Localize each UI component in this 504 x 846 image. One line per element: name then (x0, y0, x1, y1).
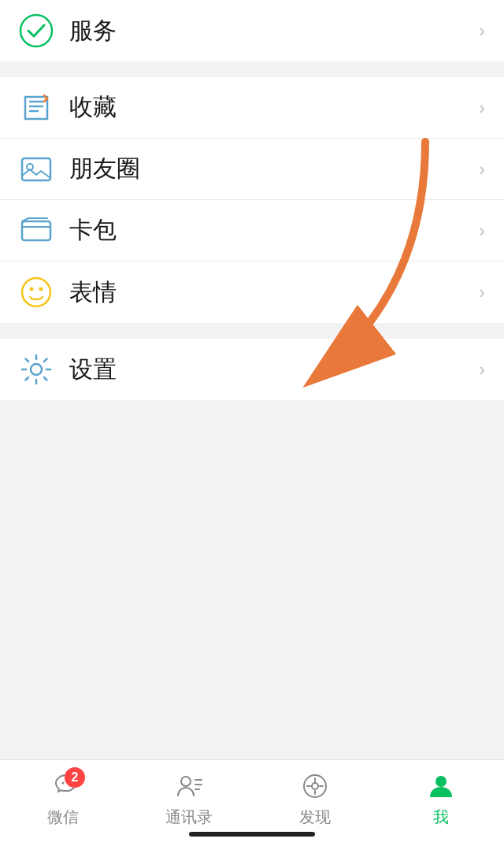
menu-item-wallet[interactable]: 卡包 › (0, 200, 504, 262)
wallet-icon (19, 213, 54, 248)
svg-point-6 (39, 288, 43, 291)
tab-wechat[interactable]: 2 微信 (32, 770, 94, 828)
divider-2 (0, 323, 504, 339)
stickers-label: 表情 (69, 276, 479, 309)
tab-me-label: 我 (433, 807, 449, 828)
tab-contacts-label: 通讯录 (165, 807, 213, 828)
divider-1 (0, 61, 504, 77)
menu-item-stickers[interactable]: 表情 › (0, 262, 504, 323)
wechat-tab-icon: 2 (47, 770, 79, 802)
service-label: 服务 (69, 15, 479, 47)
menu-item-favorites[interactable]: 收藏 › (0, 77, 504, 139)
home-indicator (189, 832, 315, 837)
moments-icon (19, 152, 54, 187)
favorites-label: 收藏 (69, 91, 479, 124)
favorites-chevron: › (479, 97, 485, 119)
svg-point-11 (181, 777, 191, 786)
contacts-tab-icon (173, 770, 205, 802)
moments-chevron: › (479, 158, 485, 180)
tab-contacts[interactable]: 通讯录 (158, 770, 220, 828)
tab-discover-label: 发现 (299, 807, 331, 828)
favorites-icon (19, 91, 54, 125)
stickers-icon (19, 275, 54, 310)
svg-point-4 (22, 278, 50, 306)
section-service: 服务 › (0, 0, 504, 61)
menu-item-moments[interactable]: 朋友圈 › (0, 139, 504, 200)
svg-rect-1 (22, 158, 50, 180)
discover-tab-icon (299, 770, 331, 802)
svg-point-13 (312, 783, 318, 789)
svg-point-5 (30, 288, 34, 291)
me-tab-icon (425, 770, 457, 802)
menu-item-settings[interactable]: 设置 › (0, 339, 504, 400)
main-content: 服务 › 收藏 › 朋 (0, 0, 504, 759)
settings-chevron: › (479, 358, 485, 380)
tab-discover[interactable]: 发现 (284, 770, 346, 828)
stickers-chevron: › (479, 281, 485, 303)
svg-point-9 (62, 782, 65, 785)
settings-icon (19, 352, 54, 387)
svg-point-0 (20, 15, 52, 46)
section-settings: 设置 › (0, 339, 504, 400)
menu-item-service[interactable]: 服务 › (0, 0, 504, 61)
tab-wechat-label: 微信 (47, 807, 79, 828)
wallet-chevron: › (479, 220, 485, 242)
section-main: 收藏 › 朋友圈 › 卡包 › (0, 77, 504, 323)
svg-rect-3 (22, 221, 50, 240)
service-chevron: › (479, 20, 485, 42)
service-icon (19, 13, 54, 48)
wallet-label: 卡包 (69, 214, 479, 247)
wechat-badge: 2 (65, 767, 85, 788)
svg-point-14 (435, 776, 447, 787)
settings-label: 设置 (69, 354, 479, 386)
empty-area (0, 400, 504, 699)
svg-point-7 (31, 364, 42, 375)
tab-me[interactable]: 我 (410, 770, 472, 828)
moments-label: 朋友圈 (69, 153, 479, 185)
